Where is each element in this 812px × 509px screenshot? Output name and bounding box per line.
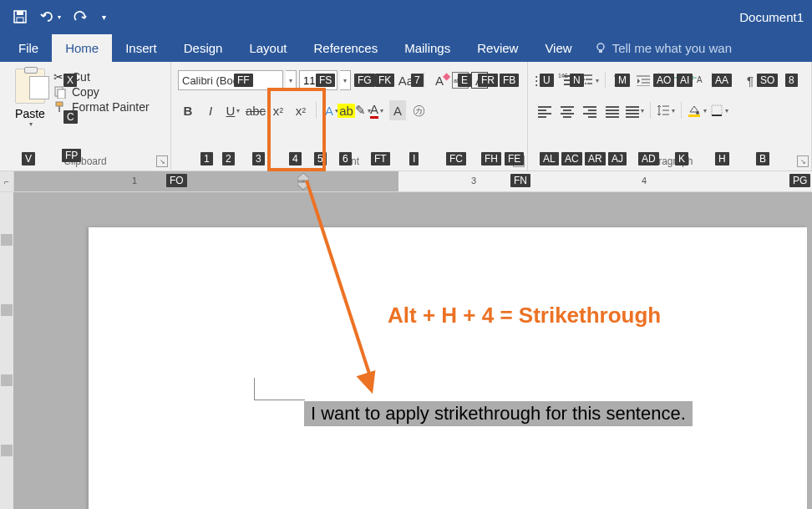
keytip: AL xyxy=(540,152,559,165)
keytip: 2 xyxy=(222,152,235,165)
tab-references[interactable]: References xyxy=(300,34,391,62)
svg-rect-7 xyxy=(56,102,63,106)
document-area: I want to apply strikethrough for this s… xyxy=(0,192,812,509)
font-color-icon[interactable]: A▾ xyxy=(367,100,387,120)
svg-rect-4 xyxy=(599,50,602,53)
keytip: FH xyxy=(481,152,501,165)
keytip: AO xyxy=(653,74,674,87)
selected-text[interactable]: I want to apply strikethrough for this s… xyxy=(304,401,693,426)
paste-button[interactable]: Paste xyxy=(15,107,45,120)
tab-selector-icon[interactable]: ⌐ xyxy=(0,171,14,191)
tab-view[interactable]: View xyxy=(531,34,585,62)
keytip: FS xyxy=(316,74,335,87)
subscript-button[interactable]: x2 xyxy=(268,100,288,120)
keytip: AJ xyxy=(608,152,627,165)
italic-button[interactable]: I xyxy=(200,100,221,120)
char-shading-icon[interactable]: A xyxy=(389,100,406,120)
paste-dropdown-icon[interactable]: ▾ xyxy=(29,120,33,128)
keytip: 4 xyxy=(289,152,302,165)
svg-rect-2 xyxy=(17,18,23,23)
keytip: U xyxy=(540,74,554,87)
keytip: AR xyxy=(585,152,606,165)
keytip: FE xyxy=(505,152,524,165)
line-spacing-icon[interactable]: ▾ xyxy=(656,100,676,120)
vertical-ruler[interactable] xyxy=(0,192,13,509)
tab-review[interactable]: Review xyxy=(464,34,531,62)
font-name-dropdown-icon[interactable]: ▾ xyxy=(286,70,297,90)
keytip: FK xyxy=(375,74,394,87)
keytip: E xyxy=(458,74,471,87)
keytip: 1 xyxy=(200,152,213,165)
bold-button[interactable]: B xyxy=(178,100,198,120)
tab-design[interactable]: Design xyxy=(170,34,236,62)
paragraph-launcher-icon[interactable]: ↘ xyxy=(797,155,809,167)
tell-me-search[interactable]: Tell me what you wan xyxy=(586,34,740,62)
keytip: 7 xyxy=(411,74,424,87)
increase-indent-icon[interactable] xyxy=(633,70,653,90)
svg-rect-15 xyxy=(712,105,722,115)
svg-rect-8 xyxy=(58,106,60,112)
keytip: 5 xyxy=(314,152,327,165)
keytip: FN xyxy=(510,174,530,187)
qat-customize-icon[interactable]: ▾ xyxy=(95,2,112,32)
distributed-align-icon[interactable]: ▾ xyxy=(625,100,645,120)
copy-icon xyxy=(53,85,67,99)
paste-icon[interactable] xyxy=(15,69,45,104)
borders-icon[interactable]: ▾ xyxy=(709,100,729,120)
keytip: PG xyxy=(789,174,810,187)
align-right-icon[interactable] xyxy=(580,100,600,120)
tell-me-label: Tell me what you wan xyxy=(612,41,732,55)
strikethrough-button[interactable]: abc xyxy=(246,100,266,120)
keytip: H xyxy=(715,152,729,165)
svg-rect-14 xyxy=(688,115,700,117)
tab-home[interactable]: Home xyxy=(52,34,112,62)
svg-rect-6 xyxy=(58,89,65,99)
font-name-input[interactable]: Calibri (Body) xyxy=(178,70,283,90)
clear-formatting-icon[interactable]: A◆ xyxy=(429,70,449,90)
keytip: V xyxy=(22,152,35,165)
svg-point-3 xyxy=(597,43,604,50)
keytip: 3 xyxy=(252,152,265,165)
horizontal-ruler[interactable]: ⌐ 1 2 3 4 FO FN PG xyxy=(0,171,812,192)
svg-point-13 xyxy=(696,111,699,115)
annotation-text: Alt + H + 4 = Strikethrough xyxy=(388,303,661,328)
align-left-icon[interactable] xyxy=(535,100,555,120)
svg-rect-1 xyxy=(17,11,23,15)
keytip: I xyxy=(409,152,419,165)
keytip: X xyxy=(63,74,77,87)
keytip: AI xyxy=(677,74,693,87)
keytip: 6 xyxy=(339,152,352,165)
keytip: FT xyxy=(371,152,390,165)
enclose-chars-icon[interactable]: ㋕ xyxy=(409,100,429,120)
title-bar: ▾ ▾ Document1 xyxy=(0,0,812,33)
keytip: FP xyxy=(62,149,81,162)
lightbulb-icon xyxy=(594,42,607,55)
clipboard-launcher-icon[interactable]: ↘ xyxy=(156,155,168,167)
keytip: 8 xyxy=(785,74,798,87)
keytip: M xyxy=(615,74,630,87)
text-cursor-icon xyxy=(254,378,305,400)
document-page[interactable]: I want to apply strikethrough for this s… xyxy=(89,227,807,509)
undo-icon[interactable]: ▾ xyxy=(35,2,65,32)
tab-layout[interactable]: Layout xyxy=(236,34,300,62)
save-icon[interactable] xyxy=(5,2,35,32)
font-size-dropdown-icon[interactable]: ▾ xyxy=(340,70,351,90)
ribbon: Paste ▾ ✂Cut Copy Format Painter Clipboa… xyxy=(0,62,812,171)
redo-icon[interactable] xyxy=(65,2,95,32)
tab-mailings[interactable]: Mailings xyxy=(391,34,464,62)
tab-insert[interactable]: Insert xyxy=(112,34,170,62)
keytip: FO xyxy=(166,174,187,187)
keytip: AA xyxy=(712,74,732,87)
tab-file[interactable]: File xyxy=(5,34,52,62)
copy-button[interactable]: Copy xyxy=(53,85,150,99)
underline-button[interactable]: U▾ xyxy=(223,100,243,120)
keytip: AD xyxy=(638,152,659,165)
align-center-icon[interactable] xyxy=(557,100,577,120)
shading-icon[interactable]: ▾ xyxy=(687,100,707,120)
keytip: FR xyxy=(478,74,498,87)
superscript-button[interactable]: x2 xyxy=(291,100,311,120)
keytip: C xyxy=(63,110,78,124)
justify-icon[interactable] xyxy=(602,100,622,120)
keytip: FC xyxy=(446,152,466,165)
highlight-icon[interactable]: ab✎▾ xyxy=(344,100,364,120)
